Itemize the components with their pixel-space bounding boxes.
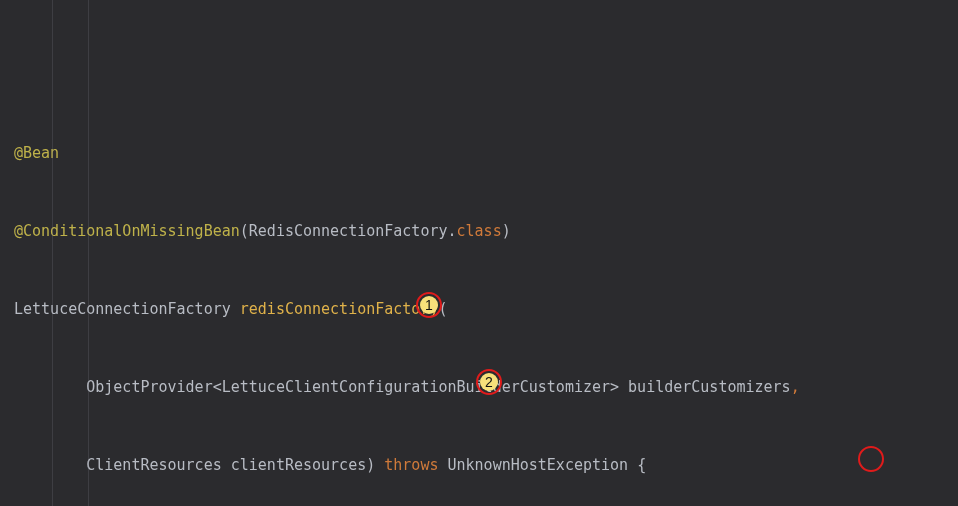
annotation-marker-2: 2 [476, 369, 502, 395]
code-line: LettuceConnectionFactory redisConnection… [14, 296, 944, 322]
annotation-marker-1: 1 [416, 292, 442, 318]
code-line: @Bean [14, 140, 944, 166]
method-name: redisConnectionFactory [240, 300, 439, 318]
code-line: @ConditionalOnMissingBean(RedisConnectio… [14, 218, 944, 244]
code-line: ClientResources clientResources) throws … [14, 452, 944, 478]
annotation-token: @ConditionalOnMissingBean [14, 222, 240, 240]
annotation-marker-3: 3 [858, 446, 884, 472]
code-editor: @Bean @ConditionalOnMissingBean(RedisCon… [0, 0, 958, 506]
